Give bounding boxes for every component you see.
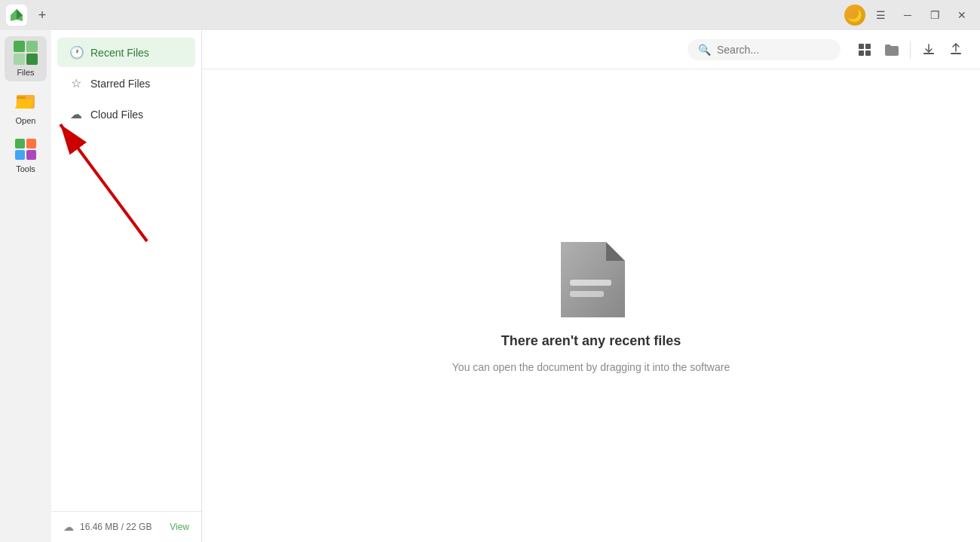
empty-state: There aren't any recent files You can op… [202, 69, 980, 542]
grid-view-button[interactable] [853, 38, 877, 62]
svg-rect-6 [26, 150, 36, 160]
sidebar-item-cloud[interactable]: ☁ Cloud Files [57, 100, 195, 129]
nav-item-tools[interactable]: Tools [5, 133, 47, 178]
title-bar-left: + [6, 5, 51, 26]
sidebar-footer: ☁ 16.46 MB / 22 GB View [51, 511, 201, 542]
open-nav-icon [14, 89, 38, 113]
toolbar-divider [910, 41, 911, 59]
sidebar-menu: 🕐 Recent Files ☆ Starred Files ☁ Cloud F… [51, 30, 201, 511]
main-content: 🔍 [202, 30, 980, 542]
svg-rect-10 [865, 51, 871, 56]
nav-label-open: Open [16, 116, 36, 125]
folder-icon [884, 43, 899, 57]
sidebar-label-starred: Starred Files [90, 78, 150, 90]
title-bar-right: 🌙 ☰ ─ ❐ ✕ [844, 5, 974, 26]
app-logo [6, 5, 27, 26]
empty-document-icon [553, 238, 629, 321]
svg-rect-8 [865, 44, 871, 49]
cloud-storage-icon: ☁ [63, 521, 74, 533]
empty-subtitle: You can open the document by dragging it… [452, 361, 730, 373]
svg-rect-14 [570, 291, 604, 297]
svg-rect-3 [15, 139, 25, 149]
search-icon: 🔍 [698, 44, 711, 56]
tools-nav-icon [14, 137, 38, 161]
sidebar: 🕐 Recent Files ☆ Starred Files ☁ Cloud F… [51, 30, 202, 542]
search-input[interactable] [717, 44, 830, 56]
svg-rect-2 [17, 96, 26, 99]
cloud-icon: ☁ [69, 107, 83, 121]
empty-title: There aren't any recent files [501, 333, 681, 349]
icon-nav: Files Open Tools [0, 30, 51, 542]
star-icon: ☆ [69, 76, 83, 90]
maximize-button[interactable]: ❐ [923, 5, 947, 26]
files-nav-icon [14, 41, 38, 65]
storage-info: 16.46 MB / 22 GB [80, 522, 164, 532]
add-tab-button[interactable]: + [33, 6, 51, 24]
grid-view-icon [858, 43, 871, 57]
svg-rect-12 [951, 53, 961, 54]
toolbar-actions [853, 38, 968, 62]
svg-rect-11 [923, 53, 934, 54]
avatar[interactable]: 🌙 [844, 5, 865, 26]
import-button[interactable] [917, 38, 941, 62]
nav-label-files: Files [17, 68, 34, 77]
search-box[interactable]: 🔍 [688, 39, 841, 60]
nav-label-tools: Tools [16, 164, 35, 173]
nav-item-open[interactable]: Open [5, 84, 47, 130]
sidebar-item-starred[interactable]: ☆ Starred Files [57, 69, 195, 98]
view-storage-link[interactable]: View [170, 522, 189, 532]
svg-rect-9 [859, 51, 864, 56]
svg-rect-7 [859, 44, 864, 49]
title-bar: + 🌙 ☰ ─ ❐ ✕ [0, 0, 980, 30]
sidebar-label-recent: Recent Files [90, 47, 149, 59]
svg-rect-5 [15, 150, 25, 160]
sidebar-item-recent[interactable]: 🕐 Recent Files [57, 38, 195, 67]
svg-rect-13 [570, 280, 611, 286]
minimize-button[interactable]: ─ [896, 5, 920, 26]
export-icon [949, 43, 963, 57]
nav-item-files[interactable]: Files [5, 36, 47, 81]
app-body: Files Open Tools 🕐 [0, 30, 980, 542]
folder-button[interactable] [880, 38, 904, 62]
clock-icon: 🕐 [69, 45, 83, 60]
import-icon [922, 43, 936, 57]
sidebar-label-cloud: Cloud Files [90, 109, 143, 121]
hamburger-button[interactable]: ☰ [868, 5, 893, 26]
close-button[interactable]: ✕ [950, 5, 974, 26]
toolbar: 🔍 [202, 30, 980, 69]
svg-rect-4 [26, 139, 36, 149]
export-button[interactable] [944, 38, 968, 62]
